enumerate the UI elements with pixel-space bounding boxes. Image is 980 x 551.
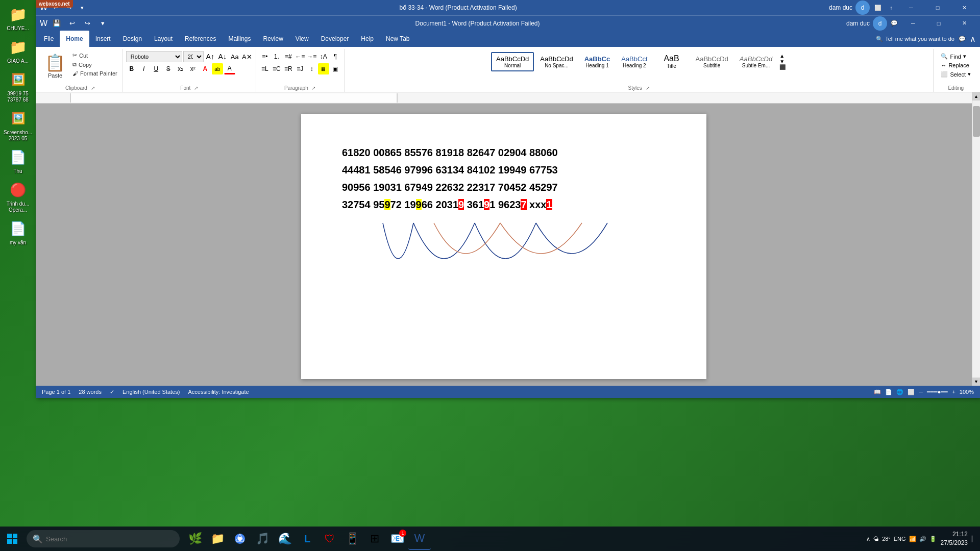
copy-button[interactable]: ⧉ Copy (70, 60, 119, 69)
clock[interactable]: 21:12 27/5/2023 (937, 530, 972, 547)
taskbar-chrome[interactable] (229, 528, 251, 550)
doc-content[interactable]: 61820 00865 85576 81918 82647 02904 8806… (342, 144, 666, 213)
screenshot-icon-2[interactable]: 🖼️ Screensho...2023-05 (1, 106, 35, 144)
font-color-btn[interactable]: A (200, 63, 211, 74)
tell-me-btn[interactable]: 🔍 Tell me what you want to do (876, 36, 954, 42)
sort-btn[interactable]: ↕A (318, 51, 329, 62)
font-expand[interactable]: ↗ (194, 85, 198, 91)
select-button[interactable]: ⬜ Select ▾ (938, 70, 974, 79)
font-case-btn[interactable]: Aa (229, 51, 240, 62)
paste-button[interactable]: 📋 Paste (41, 51, 69, 81)
web-layout-btn[interactable]: 🌐 (896, 389, 903, 395)
numbering-btn[interactable]: 1. (271, 51, 282, 62)
scroll-up-btn[interactable]: ▲ (972, 92, 981, 101)
zoom-out-btn[interactable]: ─ (919, 389, 923, 395)
bullets-btn[interactable]: ≡• (259, 51, 271, 62)
zoom-in-btn[interactable]: + (952, 389, 955, 395)
share-btn[interactable]: ↑ (886, 3, 896, 13)
font-grow-btn[interactable]: A↑ (205, 51, 216, 62)
styles-expand[interactable]: ↗ (646, 85, 650, 91)
style-heading1[interactable]: AaBbCc Heading 1 (579, 52, 616, 71)
taskbar-app-l[interactable]: L (296, 528, 318, 550)
taskbar-mail-notif[interactable]: 📧 1 (386, 528, 408, 550)
close-btn-2[interactable]: ✕ (952, 16, 976, 31)
styles-down-btn[interactable]: ▼ (779, 59, 786, 64)
tab-view[interactable]: View (289, 31, 315, 47)
taskbar-edge[interactable]: 🌊 (274, 528, 296, 550)
styles-up-btn[interactable]: ▲ (779, 53, 786, 59)
taskbar-tiktok[interactable]: 🎵 (251, 528, 274, 550)
close-btn-1[interactable]: ✕ (952, 0, 976, 15)
opera-icon[interactable]: 🔴 Trinh du...Opera... (1, 178, 35, 215)
text-color-btn[interactable]: A (224, 63, 235, 74)
search-input[interactable] (46, 535, 158, 543)
align-left-btn[interactable]: ≡L (259, 63, 271, 74)
style-subtle-em[interactable]: AaBbCcDd Subtle Em... (734, 52, 777, 71)
increase-indent-btn[interactable]: →≡ (306, 51, 317, 62)
taskbar-grid-app[interactable]: ⊞ (363, 528, 386, 550)
style-normal[interactable]: AaBbCcDd Normal (491, 52, 534, 71)
underline-button[interactable]: U (151, 63, 162, 74)
tab-references[interactable]: References (179, 31, 222, 47)
tab-file[interactable]: File (38, 31, 60, 47)
print-layout-btn[interactable]: 📄 (885, 389, 892, 395)
align-right-btn[interactable]: ≡R (283, 63, 294, 74)
taskbar-folder[interactable]: 📁 (206, 528, 229, 550)
tab-developer[interactable]: Developer (315, 31, 355, 47)
bold-button[interactable]: B (126, 63, 137, 74)
justify-btn[interactable]: ≡J (295, 63, 306, 74)
zoom-level[interactable]: 100% (960, 389, 974, 395)
language-info[interactable]: English (United States) (122, 389, 180, 395)
paragraph-expand[interactable]: ↗ (311, 85, 315, 91)
clipboard-expand[interactable]: ↗ (91, 85, 95, 91)
scrollbar-vertical[interactable]: ▲ ▼ (972, 92, 980, 386)
screenshot-icon-1[interactable]: 🖼️ 39919 7573787 68 (1, 67, 35, 105)
find-button[interactable]: 🔍 Find ▾ (938, 52, 974, 61)
folder-icon-1[interactable]: 📁 CHUYE... (1, 2, 35, 34)
start-button[interactable] (0, 527, 24, 551)
multilevel-btn[interactable]: ≡# (283, 51, 294, 62)
taskbar-explorer[interactable]: 🌿 (184, 528, 206, 550)
show-marks-btn[interactable]: ¶ (330, 51, 341, 62)
style-subtitle[interactable]: AaBbCcDd Subtitle (691, 52, 733, 71)
strikethrough-btn[interactable]: S (163, 63, 174, 74)
scroll-track[interactable] (972, 101, 981, 378)
search-bar[interactable]: 🔍 (27, 530, 180, 547)
zoom-slider[interactable]: ━━━●━━ (927, 389, 948, 395)
maximize-btn-2[interactable]: □ (927, 16, 950, 31)
tab-review[interactable]: Review (257, 31, 289, 47)
tab-mailings[interactable]: Mailings (222, 31, 257, 47)
taskbar-antivirus[interactable]: 🛡 (318, 528, 341, 550)
font-size-select[interactable]: 20 (183, 51, 204, 62)
focus-mode-btn[interactable]: ⬜ (908, 389, 915, 395)
font-name-select[interactable]: Roboto (126, 51, 182, 62)
comments-btn[interactable]: 💬 (889, 18, 899, 29)
taskbar-blue-app[interactable]: 📱 (341, 528, 363, 550)
comments-ribbon-btn[interactable]: 💬 (959, 36, 966, 42)
ribbon-collapse-btn[interactable]: ∧ (970, 34, 976, 44)
minimize-btn[interactable]: ─ (899, 0, 923, 15)
folder-icon-2[interactable]: 📁 GIAO A... (1, 35, 35, 66)
font-shrink-btn[interactable]: A↓ (217, 51, 228, 62)
doc-myvan[interactable]: 📄 my văn (1, 216, 35, 248)
tab-design[interactable]: Design (117, 31, 148, 47)
style-title[interactable]: AaB Title (654, 51, 690, 72)
align-center-btn[interactable]: ≡C (271, 63, 282, 74)
maximize-btn[interactable]: □ (926, 0, 949, 15)
doc-area[interactable]: 61820 00865 85576 81918 82647 02904 8806… (36, 104, 972, 386)
scroll-thumb[interactable] (973, 106, 980, 137)
accessibility-info[interactable]: Accessibility: Investigate (188, 389, 249, 395)
replace-button[interactable]: ↔ Replace (938, 61, 974, 69)
expand-tray-btn[interactable]: ∧ (866, 536, 870, 542)
borders-btn[interactable]: ▣ (330, 63, 341, 74)
styles-more-btn[interactable]: ⬛ (779, 64, 786, 70)
minimize-btn-2[interactable]: ─ (901, 16, 925, 31)
more-btn[interactable]: ▾ (77, 3, 87, 13)
line-spacing-btn[interactable]: ↕ (306, 63, 317, 74)
superscript-btn[interactable]: x² (187, 63, 199, 74)
ribbon-toggle[interactable]: ⬜ (873, 3, 883, 13)
cut-button[interactable]: ✂ Cut (70, 51, 119, 60)
tab-help[interactable]: Help (355, 31, 380, 47)
read-mode-btn[interactable]: 📖 (874, 389, 881, 395)
clear-format-btn[interactable]: A✕ (241, 51, 253, 62)
